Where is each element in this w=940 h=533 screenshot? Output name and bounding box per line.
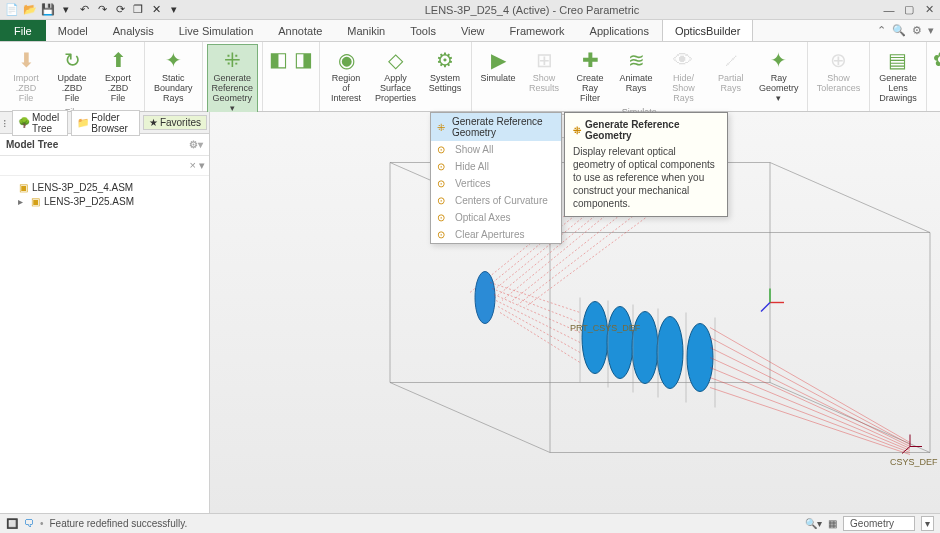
surf-props-button[interactable]: ◇Apply Surface Properties [370, 44, 421, 109]
find-icon[interactable]: 🔍▾ [805, 518, 822, 529]
svg-line-10 [492, 289, 580, 323]
svg-line-11 [494, 295, 580, 333]
tree-icon: 🌳 [18, 117, 30, 128]
combo-arrow-icon[interactable]: ▾ [921, 516, 934, 531]
tooltip-title: Generate Reference Geometry [585, 119, 719, 141]
menu-item[interactable]: ⊙Clear Apertures [431, 226, 561, 243]
svg-point-19 [687, 324, 713, 392]
tree-row[interactable]: ▸▣LENS-3P_D25.ASM [6, 194, 203, 208]
selection-filter-combo[interactable]: Geometry [843, 516, 915, 531]
tab-analysis[interactable]: Analysis [101, 20, 167, 41]
minimize-icon[interactable]: — [882, 3, 896, 17]
tab-view[interactable]: View [449, 20, 498, 41]
create-ray-filter-label: Create Ray Filter [573, 73, 607, 103]
panel-tab-strip-icon[interactable]: ⫶ [2, 117, 9, 129]
menu-item-label: Hide All [455, 161, 489, 172]
search-icon[interactable]: 🔍 [892, 24, 906, 37]
roi-button[interactable]: ◉Region of Interest [324, 44, 368, 109]
menu-item[interactable]: ⊙Hide All [431, 158, 561, 175]
small2-button[interactable]: ◨ [292, 44, 315, 109]
tree-label: LENS-3P_D25.ASM [44, 196, 134, 207]
help-dropdown-icon[interactable]: ▾ [928, 24, 934, 37]
svg-text:CSYS_DEF: CSYS_DEF [890, 457, 938, 467]
panel-tab-favorites[interactable]: ★Favorites [143, 115, 207, 130]
close-window-icon[interactable]: ✕ [922, 3, 936, 17]
graphics-canvas[interactable]: ⁜Generate Reference Geometry⊙Show All⊙Hi… [210, 112, 940, 513]
partial-rays-label: Partial Rays [718, 73, 744, 93]
open-icon[interactable]: 📂 [22, 2, 38, 18]
ribbon-collapse-icon[interactable]: ⌃ [877, 24, 886, 37]
ribbon-group-label [812, 109, 866, 111]
simulate-icon: ▶ [491, 47, 506, 73]
menu-item-label: Clear Apertures [455, 229, 524, 240]
options-icon[interactable]: ⚙ [912, 24, 922, 37]
menu-item[interactable]: ⊙Centers of Curvature [431, 192, 561, 209]
small1-button[interactable]: ◧ [267, 44, 290, 109]
update-zbd-button[interactable]: ↻Update .ZBD File [50, 44, 94, 106]
status-message: Feature redefined successfully. [50, 518, 188, 529]
static-boundary-rays-label: Static Boundary Rays [154, 73, 193, 103]
tab-applications[interactable]: Applications [578, 20, 662, 41]
static-boundary-rays-button[interactable]: ✦Static Boundary Rays [149, 44, 198, 109]
menu-item[interactable]: ⁜Generate Reference Geometry [431, 113, 561, 141]
generate-ref-geom-button[interactable]: ⁜Generate Reference Geometry ▾ [207, 44, 259, 116]
sys-settings-button[interactable]: ⚙System Settings [423, 44, 467, 109]
left-panel: ⫶ 🌳Model Tree 📁Folder Browser ★Favorites… [0, 112, 210, 513]
show-tolerances-button: ⊕Show Tolerances [812, 44, 866, 109]
save-icon[interactable]: 💾 [40, 2, 56, 18]
menu-bar: File Model Analysis Live Simulation Anno… [0, 20, 940, 42]
menu-item[interactable]: ⊙Show All [431, 141, 561, 158]
selection-filter-icon[interactable]: ▦ [828, 518, 837, 529]
tab-annotate[interactable]: Annotate [266, 20, 335, 41]
menu-item[interactable]: ⊙Vertices [431, 175, 561, 192]
roi-icon: ◉ [338, 47, 355, 73]
tooltip-body: Display relevant optical geometry of opt… [573, 145, 719, 210]
tab-tools[interactable]: Tools [398, 20, 449, 41]
tree-search-input[interactable] [4, 160, 190, 171]
ray-geometry-button[interactable]: ✦Ray Geometry ▾ [755, 44, 803, 106]
clear-search-icon[interactable]: × ▾ [190, 159, 205, 172]
tab-opticsbuilder[interactable]: OpticsBuilder [662, 20, 753, 41]
ribbon-group-label [267, 109, 315, 111]
tab-framework[interactable]: Framework [498, 20, 578, 41]
panel-tab-model-tree[interactable]: 🌳Model Tree [12, 110, 68, 136]
show-results-icon: ⊞ [536, 47, 553, 73]
window-controls: — ▢ ✕ [882, 3, 936, 17]
status-icon-2[interactable]: 🗨 [24, 518, 34, 529]
close-icon[interactable]: ✕ [148, 2, 164, 18]
sys-settings-label: System Settings [429, 73, 462, 93]
tab-model[interactable]: Model [46, 20, 101, 41]
tooltip: ⁜Generate Reference Geometry Display rel… [564, 112, 728, 217]
animate-rays-button[interactable]: ≋Animate Rays [614, 44, 658, 106]
menu-item-label: Vertices [455, 178, 491, 189]
simulate-button[interactable]: ▶Simulate [476, 44, 520, 106]
panel-tab-folder-browser[interactable]: 📁Folder Browser [71, 110, 140, 136]
import-zbd-label: Import .ZBD File [9, 73, 43, 103]
create-ray-filter-button[interactable]: ✚Create Ray Filter [568, 44, 612, 106]
menu-item[interactable]: ⊙Optical Axes [431, 209, 561, 226]
tree-settings-icon[interactable]: ⚙▾ [189, 139, 203, 150]
dropdown-icon[interactable]: ▾ [58, 2, 74, 18]
star-icon: ★ [149, 117, 158, 128]
tab-manikin[interactable]: Manikin [335, 20, 398, 41]
gen-lens-drawings-button[interactable]: ▤Generate Lens Drawings [874, 44, 922, 109]
status-icon-1[interactable]: 🔲 [6, 518, 18, 529]
regen-icon[interactable]: ⟳ [112, 2, 128, 18]
export-zbd-button[interactable]: ⬆Export .ZBD File [96, 44, 140, 106]
help1-button[interactable]: ✿ [931, 44, 940, 99]
small1-icon: ◧ [269, 46, 288, 72]
maximize-icon[interactable]: ▢ [902, 3, 916, 17]
more-icon[interactable]: ▾ [166, 2, 182, 18]
tab-live-simulation[interactable]: Live Simulation [167, 20, 267, 41]
new-icon[interactable]: 📄 [4, 2, 20, 18]
quick-access-toolbar: 📄 📂 💾 ▾ ↶ ↷ ⟳ ❐ ✕ ▾ [4, 2, 182, 18]
surf-props-icon: ◇ [388, 47, 403, 73]
tree-row[interactable]: ▣LENS-3P_D25_4.ASM [6, 180, 203, 194]
windows-icon[interactable]: ❐ [130, 2, 146, 18]
redo-icon[interactable]: ↷ [94, 2, 110, 18]
svg-line-32 [710, 388, 910, 455]
file-menu[interactable]: File [0, 20, 46, 41]
undo-icon[interactable]: ↶ [76, 2, 92, 18]
hide-show-rays-button: 👁Hide/ Show Rays [660, 44, 707, 106]
hide-show-rays-icon: 👁 [673, 47, 693, 73]
